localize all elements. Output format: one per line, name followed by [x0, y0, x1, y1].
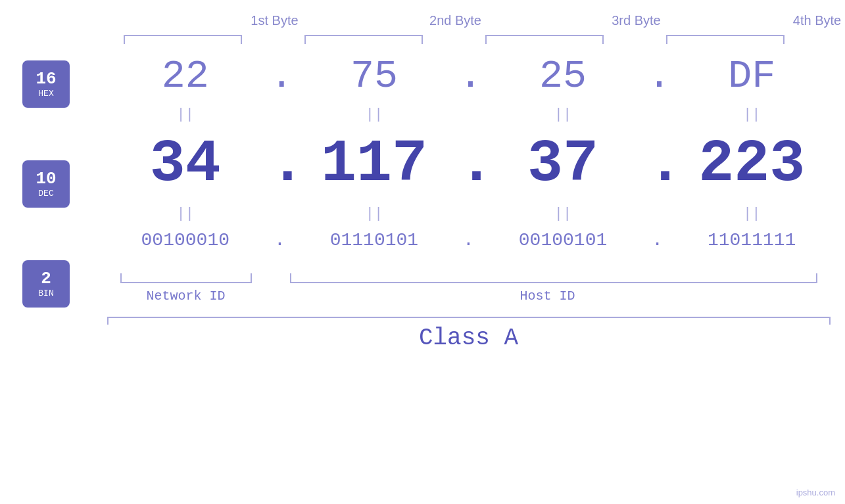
badges-column: 16 HEX 10 DEC 2 BIN	[0, 47, 92, 352]
byte1-header: 1st Byte	[203, 13, 347, 28]
host-id-label: Host ID	[265, 288, 831, 304]
byte4-header: 4th Byte	[745, 13, 846, 28]
eq1-b4: ||	[679, 106, 824, 123]
bin-byte4: 11011111	[679, 230, 824, 250]
network-id-bracket-line	[120, 282, 252, 283]
eq1-b2: ||	[302, 106, 447, 123]
equals-row-1: || || || ||	[107, 106, 831, 123]
eq1-b3: ||	[491, 106, 635, 123]
id-labels-row: Network ID Host ID	[107, 288, 831, 304]
hex-byte3: 25	[491, 54, 635, 99]
right-content: 1st Byte 2nd Byte 3rd Byte 4th Byte	[92, 13, 845, 47]
dot-hex-2: .	[458, 54, 478, 99]
dot-bin-3: .	[648, 230, 667, 250]
hex-byte4: DF	[679, 54, 824, 99]
main-container: 1st Byte 2nd Byte 3rd Byte 4th Byte 16 H…	[0, 0, 845, 504]
top-brackets	[92, 35, 815, 44]
hex-row: 22 . 75 . 25 . DF	[107, 54, 831, 99]
dec-badge: 10 DEC	[22, 160, 70, 208]
hex-badge-num: 16	[36, 70, 56, 89]
bin-badge: 2 BIN	[22, 260, 70, 308]
dot-bin-1: .	[270, 230, 289, 250]
eq1-b1: ||	[113, 106, 258, 123]
dot-dec-1: .	[270, 131, 289, 198]
dec-row: 34 . 117 . 37 . 223	[107, 131, 831, 198]
bracket-byte1	[124, 35, 242, 44]
bracket-byte2	[304, 35, 423, 44]
bin-byte2: 01110101	[302, 230, 447, 250]
byte3-header: 3rd Byte	[564, 13, 709, 28]
dot-dec-3: .	[648, 131, 667, 198]
class-section: Class A	[107, 317, 831, 352]
hex-badge-label: HEX	[38, 89, 53, 99]
dot-hex-3: .	[648, 54, 667, 99]
dec-badge-num: 10	[36, 170, 56, 189]
watermark: ipshu.com	[796, 488, 835, 497]
bracket-byte3	[485, 35, 604, 44]
hex-byte1: 22	[113, 54, 258, 99]
eq2-b4: ||	[679, 206, 824, 222]
values-grid: 22 . 75 . 25 . DF || ||	[92, 47, 845, 352]
equals-row-2: || || || ||	[107, 206, 831, 222]
bracket-byte4	[666, 35, 785, 44]
dec-byte4: 223	[679, 131, 824, 198]
dot-hex-1: .	[270, 54, 289, 99]
hex-byte2: 75	[302, 54, 447, 99]
dec-byte3: 37	[491, 131, 635, 198]
dot-bin-2: .	[458, 230, 478, 250]
host-id-bracket-line	[290, 282, 817, 283]
bin-byte3: 00100101	[491, 230, 635, 250]
headers-row: 1st Byte 2nd Byte 3rd Byte 4th Byte	[184, 13, 845, 28]
bin-badge-label: BIN	[38, 288, 53, 298]
eq2-b1: ||	[113, 206, 258, 222]
headers-wrapper: 1st Byte 2nd Byte 3rd Byte 4th Byte	[0, 13, 845, 47]
class-bracket-line	[107, 317, 831, 318]
bin-byte1: 00100010	[113, 230, 258, 250]
dec-badge-label: DEC	[38, 189, 53, 198]
bin-row: 00100010 . 01110101 . 00100101 . 1101111…	[107, 230, 831, 250]
hex-badge: 16 HEX	[22, 60, 70, 108]
dot-dec-2: .	[458, 131, 478, 198]
values-wrapper: 16 HEX 10 DEC 2 BIN 22 . 75	[0, 47, 845, 352]
eq2-b3: ||	[491, 206, 635, 222]
eq2-b2: ||	[302, 206, 447, 222]
class-label: Class A	[107, 325, 831, 352]
dec-byte2: 117	[302, 131, 447, 198]
byte2-header: 2nd Byte	[383, 13, 528, 28]
bottom-brackets-container	[107, 260, 831, 283]
bin-badge-num: 2	[41, 269, 51, 288]
network-id-label: Network ID	[107, 288, 265, 304]
dec-byte1: 34	[113, 131, 258, 198]
